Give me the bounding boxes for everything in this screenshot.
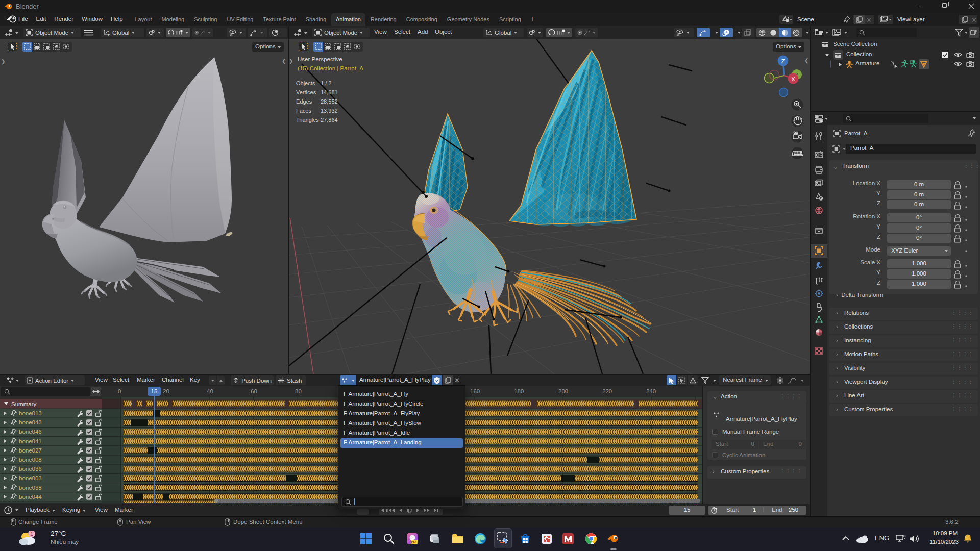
svg-text:bone041: bone041 [19, 438, 42, 444]
svg-text:PRE: PRE [411, 540, 418, 544]
svg-text:X: X [791, 76, 795, 82]
svg-text:bone036: bone036 [19, 466, 42, 472]
svg-text:Summary: Summary [11, 401, 36, 407]
svg-text:bone043: bone043 [19, 419, 42, 425]
svg-text:bone013: bone013 [19, 410, 42, 416]
svg-text:bone046: bone046 [19, 429, 42, 435]
svg-text:Z: Z [781, 58, 785, 64]
svg-text:bone044: bone044 [19, 494, 42, 500]
svg-text:1: 1 [30, 531, 33, 537]
svg-text:bone003: bone003 [19, 475, 42, 481]
svg-text:bone008: bone008 [19, 457, 42, 463]
svg-text:bone027: bone027 [19, 447, 42, 454]
svg-text:bone038: bone038 [19, 485, 42, 491]
